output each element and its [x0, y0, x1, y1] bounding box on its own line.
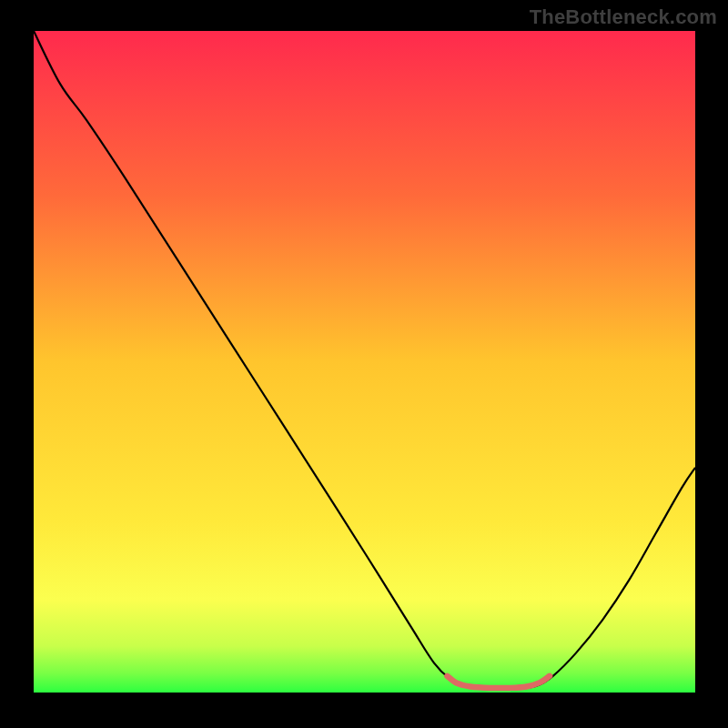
- gradient-background: [34, 31, 695, 693]
- chart-frame: TheBottleneck.com: [0, 0, 728, 728]
- chart-svg: [0, 0, 728, 728]
- attribution-label: TheBottleneck.com: [530, 5, 717, 29]
